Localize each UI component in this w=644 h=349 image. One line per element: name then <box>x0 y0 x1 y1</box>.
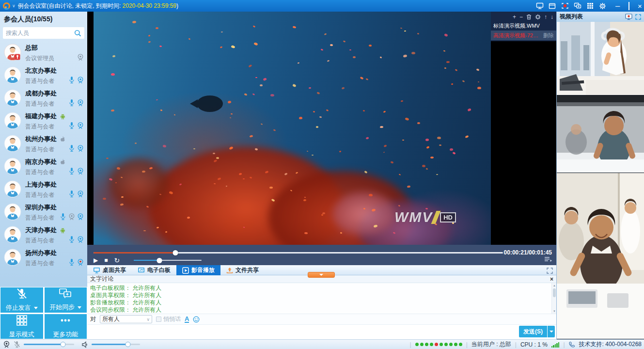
camera-icon[interactable] <box>77 76 84 84</box>
mic-icon[interactable] <box>68 190 75 198</box>
playlist-trash-icon[interactable] <box>526 14 532 20</box>
participant-row[interactable]: 扬州办事处 普通与会者 <box>0 246 87 269</box>
camera-icon[interactable] <box>77 99 84 107</box>
playlist-toggle-icon[interactable] <box>544 255 552 264</box>
screen-share-icon[interactable] <box>535 2 544 10</box>
camera-gray-icon[interactable] <box>68 213 75 221</box>
scrollbar-thumb[interactable] <box>553 288 556 297</box>
recipient-select[interactable]: 所有人 ∨ <box>100 315 152 323</box>
speaker-icon[interactable] <box>81 341 88 348</box>
feature-tab[interactable]: 电子白板 <box>132 265 176 275</box>
expand-videos-icon[interactable] <box>635 14 641 20</box>
send-button-label[interactable]: 发送(S) <box>519 326 547 337</box>
emoji-button[interactable] <box>193 316 200 323</box>
minimize-button[interactable]: ─ <box>613 2 622 10</box>
participant-row[interactable]: 深圳办事处 普通与会者 <box>0 201 87 223</box>
participant-row[interactable]: 成都办事处 普通与会者 <box>0 87 87 110</box>
feature-tab[interactable]: 影音播放 <box>176 265 220 275</box>
fish-decor <box>443 50 445 51</box>
mic-icon[interactable] <box>68 258 75 266</box>
network-cascade-icon[interactable] <box>573 2 581 10</box>
record-icon[interactable] <box>561 2 569 10</box>
video-thumbnail-2[interactable] <box>557 95 644 173</box>
camera-icon[interactable] <box>77 144 84 152</box>
volume-handle[interactable] <box>157 258 162 263</box>
broadcast-video-icon[interactable] <box>625 14 632 20</box>
participant-name: 北京办事处 <box>25 66 57 75</box>
playlist-item[interactable]: 高清演示视频-720P.wmv 删除 <box>491 31 556 40</box>
video-content[interactable]: WMV HD <box>94 12 491 245</box>
speaker-volume-slider[interactable] <box>92 344 140 345</box>
action-button[interactable]: 更多功能 <box>45 314 87 339</box>
mic-icon[interactable] <box>60 213 66 221</box>
chat-close-icon[interactable]: × <box>550 276 553 282</box>
maximize-button[interactable] <box>625 2 633 10</box>
mic-icon[interactable] <box>68 76 75 84</box>
local-camera-icon[interactable] <box>3 341 10 348</box>
expand-panel-icon[interactable] <box>547 267 553 276</box>
font-style-button[interactable]: A <box>185 316 189 323</box>
logo-chevron-icon[interactable]: ∨ <box>12 3 16 8</box>
playlist-remove-icon[interactable]: − <box>519 14 523 20</box>
window-mode-icon[interactable] <box>548 2 556 10</box>
video-thumbnail-3[interactable] <box>557 173 644 339</box>
message-input[interactable] <box>87 325 524 339</box>
video-progress-handle[interactable] <box>173 250 178 255</box>
playlist-move-up-icon[interactable]: ↑ <box>544 14 547 20</box>
whisper-checkbox[interactable]: 悄悄话 <box>156 315 181 323</box>
participant-row[interactable]: 天津办事处 普通与会者 <box>0 223 87 246</box>
mic-icon[interactable] <box>68 144 75 152</box>
playlist-move-down-icon[interactable]: ↓ <box>550 14 553 20</box>
chat-scrollbar[interactable]: ▲ ▼ <box>551 283 556 314</box>
send-button[interactable]: 发送(S) <box>519 326 555 337</box>
camera-icon[interactable] <box>77 122 84 129</box>
feature-tab[interactable]: 文件共享 <box>220 265 265 275</box>
mic-muted-icon[interactable] <box>14 341 20 348</box>
mic-volume-handle[interactable] <box>61 342 66 347</box>
participant-row[interactable]: 总部 会议管理员 <box>0 41 87 64</box>
participant-row[interactable]: 杭州办事处 普通与会者 <box>0 132 87 155</box>
settings-gear-icon[interactable] <box>598 2 607 10</box>
volume-track[interactable] <box>134 260 202 261</box>
fish-decor <box>402 140 404 141</box>
action-button[interactable]: 显示模式 <box>0 314 43 339</box>
mic-volume-slider[interactable] <box>24 344 74 345</box>
playlist-settings-icon[interactable] <box>535 14 541 20</box>
participant-row[interactable]: 福建办事处 普通与会者 <box>0 110 87 132</box>
mic-icon[interactable] <box>68 236 75 243</box>
play-button[interactable]: ▶ <box>94 257 98 263</box>
camera-icon[interactable] <box>77 167 84 175</box>
playlist-add-icon[interactable]: + <box>513 14 516 20</box>
dropdown-caret-icon[interactable] <box>34 307 38 309</box>
video-thumbnail-1[interactable] <box>557 22 644 95</box>
action-button[interactable]: 开始同步 <box>45 287 87 313</box>
camera-icon[interactable] <box>77 213 84 221</box>
action-button[interactable]: 停止发言 <box>0 287 43 313</box>
participant-row[interactable]: 南京办事处 普通与会者 <box>0 155 87 178</box>
participant-row[interactable]: 上海办事处 普通与会者 <box>0 178 87 201</box>
feature-tab[interactable]: 桌面共享 <box>87 265 132 275</box>
apps-grid-icon[interactable] <box>586 2 594 10</box>
mic-icon[interactable] <box>68 99 75 107</box>
search-box[interactable] <box>3 27 84 39</box>
search-icon[interactable] <box>74 30 81 37</box>
close-button[interactable]: × <box>636 2 644 10</box>
camera-gray-icon[interactable] <box>77 53 84 61</box>
replay-button[interactable]: ↻ <box>114 257 120 264</box>
speaker-volume-handle[interactable] <box>126 342 131 347</box>
participant-row[interactable]: 北京办事处 普通与会者 <box>0 64 87 87</box>
playlist-delete-link[interactable]: 删除 <box>543 32 554 39</box>
camera-icon[interactable] <box>77 190 84 198</box>
mic-icon[interactable] <box>68 167 75 175</box>
search-input[interactable] <box>6 30 74 36</box>
camera-icon[interactable] <box>77 236 84 243</box>
playlist-item[interactable]: 标清演示视频.WMV <box>491 21 556 31</box>
stop-button[interactable]: ■ <box>104 257 108 263</box>
chat-collapse-handle[interactable] <box>308 272 335 278</box>
dropdown-caret-icon[interactable] <box>78 306 81 309</box>
send-dropdown[interactable] <box>548 326 555 337</box>
checkbox-icon[interactable] <box>156 317 161 322</box>
camera-red-icon[interactable] <box>77 258 84 266</box>
mic-icon[interactable] <box>68 122 75 129</box>
video-progress-track[interactable] <box>94 252 503 254</box>
